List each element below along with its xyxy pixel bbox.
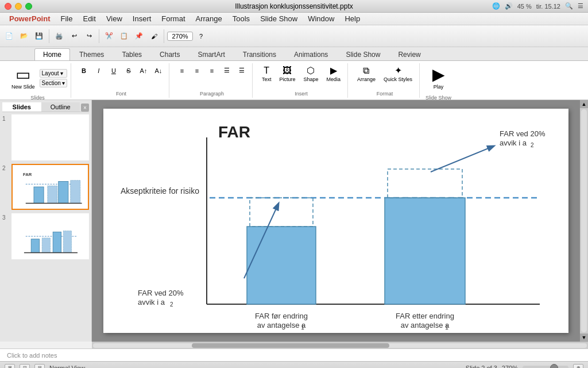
insert-shape-button[interactable]: ⬡ Shape xyxy=(300,63,322,85)
horizontal-scrollbar[interactable] xyxy=(92,342,588,348)
menu-format[interactable]: Format xyxy=(157,13,189,24)
font-size-down[interactable]: A↓ xyxy=(152,63,165,78)
zoom-thumb[interactable] xyxy=(550,364,558,369)
hscroll-thumb[interactable] xyxy=(192,343,389,348)
hscroll-track[interactable] xyxy=(93,343,587,348)
shape-icon: ⬡ xyxy=(307,66,315,75)
undo-button[interactable]: ↩ xyxy=(67,29,81,44)
bold-button[interactable]: B xyxy=(77,63,91,78)
insert-text-button[interactable]: T Text xyxy=(258,63,275,85)
normal-view-button[interactable]: ⊞ xyxy=(5,364,15,369)
svg-rect-8 xyxy=(31,239,39,253)
arrange-icon: ⧉ xyxy=(363,66,369,75)
layout-button[interactable]: Layout ▾ xyxy=(40,69,67,78)
numbered-list[interactable]: ☰ xyxy=(235,63,249,78)
print-button[interactable]: 🖨️ xyxy=(52,29,66,44)
format-group-label: Format xyxy=(377,91,393,98)
menu-icon[interactable]: ☰ xyxy=(578,2,583,10)
slide-content-area[interactable]: FAR Akseptkriteie for risiko xyxy=(92,100,580,342)
arrange-label: Arrange xyxy=(357,76,376,82)
cut-button[interactable]: ✂️ xyxy=(102,29,116,44)
tab-animations[interactable]: Animations xyxy=(285,48,336,60)
menu-view[interactable]: View xyxy=(102,13,127,24)
tab-slideshow[interactable]: Slide Show xyxy=(337,48,389,60)
slide-thumbnail-1[interactable] xyxy=(11,114,89,160)
slide-thumbnail-3[interactable] xyxy=(11,213,89,259)
open-button[interactable]: 📂 xyxy=(17,29,31,44)
slide-thumbnail-2[interactable]: FAR xyxy=(11,164,89,210)
tab-slides[interactable]: Slides xyxy=(2,102,41,112)
maximize-button[interactable] xyxy=(25,3,32,10)
slide-canvas: FAR Akseptkriteie for risiko xyxy=(103,109,568,333)
tab-tables[interactable]: Tables xyxy=(113,48,150,60)
slide-info: Slide 2 of 3 xyxy=(466,365,497,369)
zoom-control[interactable]: ? xyxy=(167,29,208,44)
new-button[interactable]: 📄 xyxy=(2,29,16,44)
insert-media-button[interactable]: ▶ Media xyxy=(323,63,344,85)
menu-file[interactable]: File xyxy=(56,13,78,24)
panel-close-button[interactable]: × xyxy=(81,103,89,112)
tab-outline[interactable]: Outline xyxy=(41,102,80,112)
menu-help[interactable]: Help xyxy=(340,13,365,24)
scroll-up[interactable]: ▲ xyxy=(580,100,588,108)
main-area: Slides Outline × 1 2 xyxy=(0,100,588,342)
slide-sorter-button[interactable]: ⊟ xyxy=(34,364,45,369)
separator2 xyxy=(99,29,99,43)
zoom-slider[interactable] xyxy=(523,366,568,369)
menu-edit[interactable]: Edit xyxy=(78,13,100,24)
menu-slideshow[interactable]: Slide Show xyxy=(256,13,302,24)
font-size-up[interactable]: A↑ xyxy=(137,63,150,78)
align-right[interactable]: ≡ xyxy=(205,63,219,78)
slide-notes[interactable]: Click to add notes xyxy=(0,348,588,361)
copy-button[interactable]: 📋 xyxy=(117,29,131,44)
slide-item-1[interactable]: 1 xyxy=(2,114,89,160)
menu-powerpoint[interactable]: PowerPoint xyxy=(5,13,55,24)
tab-review[interactable]: Review xyxy=(389,48,429,60)
chart-title: FAR xyxy=(218,123,250,141)
strikethrough-button[interactable]: S xyxy=(122,63,136,78)
menu-window[interactable]: Window xyxy=(303,13,339,24)
redo-button[interactable]: ↪ xyxy=(82,29,96,44)
slide-chart-svg: FAR Akseptkriteie for risiko xyxy=(103,109,568,333)
tab-transitions[interactable]: Transitions xyxy=(234,48,285,60)
format-painter[interactable]: 🖌 xyxy=(147,29,161,44)
menu-tools[interactable]: Tools xyxy=(228,13,254,24)
zoom-input[interactable] xyxy=(167,32,193,41)
new-slide-button[interactable]: ▭ New Slide xyxy=(8,63,38,93)
menu-insert[interactable]: Insert xyxy=(128,13,156,24)
align-left[interactable]: ≡ xyxy=(175,63,189,78)
insert-picture-button[interactable]: 🖼 Picture xyxy=(276,63,299,85)
slide-item-2[interactable]: 2 FAR xyxy=(2,164,89,210)
scroll-track[interactable] xyxy=(581,109,587,332)
scroll-down[interactable]: ▼ xyxy=(580,334,588,342)
quick-styles-button[interactable]: ✦ Quick Styles xyxy=(380,63,416,85)
paste-button[interactable]: 📌 xyxy=(132,29,146,44)
zoom-help[interactable]: ? xyxy=(194,29,208,44)
minimize-button[interactable] xyxy=(15,3,22,10)
align-center[interactable]: ≡ xyxy=(190,63,204,78)
font-group-label: Font xyxy=(116,91,126,98)
tab-smartart[interactable]: SmartArt xyxy=(189,48,233,60)
svg-rect-1 xyxy=(34,187,44,204)
close-button[interactable] xyxy=(5,3,11,10)
search-icon[interactable]: 🔍 xyxy=(565,2,573,10)
play-button[interactable]: ▶ Play xyxy=(427,63,450,93)
tab-charts[interactable]: Charts xyxy=(151,48,188,60)
underline-button[interactable]: U xyxy=(107,63,121,78)
fit-window-button[interactable]: ⊕ xyxy=(573,364,583,369)
section-button[interactable]: Section ▾ xyxy=(40,79,67,87)
slide-item-3[interactable]: 3 xyxy=(2,213,89,259)
menu-arrange[interactable]: Arrange xyxy=(191,13,227,24)
tab-home[interactable]: Home xyxy=(34,48,70,60)
zoom-level: 270% xyxy=(502,365,518,369)
italic-button[interactable]: I xyxy=(92,63,106,78)
save-button[interactable]: 💾 xyxy=(32,29,46,44)
arrange-button[interactable]: ⧉ Arrange xyxy=(354,63,379,85)
para-tools: ≡ ≡ ≡ ☰ ☰ xyxy=(175,63,249,78)
ribbon-group-insert: T Text 🖼 Picture ⬡ Shape ▶ Media Insert xyxy=(255,63,348,98)
bullet-list[interactable]: ☰ xyxy=(220,63,234,78)
ribbon-tabs: Home Themes Tables Charts SmartArt Trans… xyxy=(0,47,588,61)
outline-view-button[interactable]: ⊡ xyxy=(20,364,30,369)
svg-text:FAR etter endring: FAR etter endring xyxy=(396,312,454,320)
tab-themes[interactable]: Themes xyxy=(71,48,113,60)
